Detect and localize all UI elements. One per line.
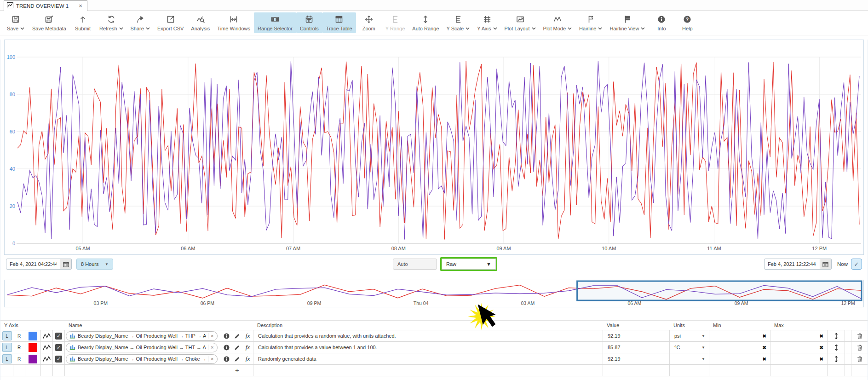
trace-visible-checkbox[interactable]: ✓ (55, 344, 62, 351)
trace-color-swatch[interactable] (29, 343, 37, 352)
line-style-icon[interactable] (42, 331, 52, 340)
start-time-input[interactable] (6, 259, 60, 270)
axis-left-button[interactable]: L (2, 343, 12, 352)
toolbar-label: Hairline View (609, 26, 639, 31)
now-checkbox[interactable]: ✓ (851, 259, 862, 270)
trace-color-swatch[interactable] (29, 355, 37, 363)
clear-max-icon[interactable]: ✖ (820, 345, 827, 350)
chevron-down-icon (493, 27, 497, 30)
toolbar-button-range-selector[interactable]: Range Selector (254, 12, 296, 33)
trace-name-pill[interactable]: Beardy Display_Name → Oil Producing Well… (66, 343, 218, 352)
add-trace-button[interactable]: + (221, 365, 253, 376)
clear-min-icon[interactable]: ✖ (763, 357, 770, 362)
toolbar-button-y-axis[interactable]: Y Axis (473, 12, 500, 33)
delete-trace-icon[interactable] (855, 331, 864, 340)
delete-trace-icon[interactable] (855, 343, 864, 352)
start-calendar-button[interactable] (60, 259, 72, 270)
toolbar-button-refresh[interactable]: Refresh (96, 12, 127, 33)
clear-min-icon[interactable]: ✖ (763, 345, 770, 350)
tab-trend-overview[interactable]: TREND OVERVIEW 1 × (4, 0, 87, 11)
toolbar-button-help[interactable]: ?Help (674, 12, 700, 33)
toolbar-button-auto-range[interactable]: Auto Range (408, 12, 443, 33)
toolbar-button-plot-mode[interactable]: Plot Mode (540, 12, 576, 33)
axis-right-button[interactable]: R (15, 355, 23, 363)
header-value: Value (603, 322, 670, 328)
axis-right-button[interactable]: R (15, 332, 23, 340)
toolbar-button-save[interactable]: Save (3, 12, 29, 33)
min-input[interactable]: ✖ (709, 353, 770, 364)
toolbar-label: Controls (300, 26, 319, 31)
toolbar-button-export-csv[interactable]: Export CSV (154, 12, 187, 33)
save-icon (11, 15, 20, 24)
formula-fx-icon[interactable]: fx (243, 331, 253, 340)
toolbar-button-share[interactable]: Share (127, 12, 154, 33)
max-input[interactable]: ✖ (770, 353, 828, 364)
chevron-down-icon: ▼ (701, 334, 705, 338)
trace-visible-checkbox[interactable]: ✓ (55, 333, 62, 340)
trace-name-pill[interactable]: Beardy Display_Name → Oil Producing Well… (66, 331, 218, 341)
y-range-mode-input[interactable]: Auto (393, 259, 437, 270)
reorder-handle[interactable] (831, 354, 841, 363)
end-time-input[interactable] (764, 259, 820, 270)
toolbar-button-controls[interactable]: Controls (296, 12, 322, 33)
axis-left-button[interactable]: L (2, 331, 12, 340)
range-selector-chart[interactable]: 03 PM06 PM09 PMThu 0403 AM06 AM09 AM12 P… (5, 280, 864, 307)
range-selector-strip[interactable]: 03 PM06 PM09 PMThu 0403 AM06 AM09 AM12 P… (4, 280, 864, 307)
formula-fx-icon[interactable]: fx (243, 343, 253, 352)
y-axis-icon (483, 15, 492, 24)
range-selection-window[interactable] (577, 281, 862, 300)
trace-visible-checkbox[interactable]: ✓ (55, 356, 62, 363)
min-input[interactable]: ✖ (709, 330, 770, 341)
toolbar-button-info[interactable]: Info (649, 12, 674, 33)
clear-max-icon[interactable]: ✖ (820, 357, 827, 362)
toolbar-button-save-metadata[interactable]: Save Metadata (29, 12, 70, 33)
toolbar-button-hairline[interactable]: Hairline (575, 12, 606, 33)
toolbar-button-plot-layout[interactable]: Plot Layout (501, 12, 540, 33)
reorder-handle[interactable] (831, 343, 841, 352)
toolbar-button-y-range[interactable]: Y Range (382, 12, 409, 33)
toolbar-label: Y Axis (477, 26, 491, 31)
edit-trace-icon[interactable] (232, 343, 242, 352)
trace-info-icon[interactable] (222, 331, 231, 340)
trace-info-icon[interactable] (222, 343, 231, 352)
toolbar-button-trace-table[interactable]: Trace Table (322, 12, 356, 33)
trace-name-pill[interactable]: Beardy Display_Name → Oil Producing Well… (66, 354, 218, 364)
remove-trace-icon[interactable]: × (208, 345, 216, 350)
trend-chart-panel[interactable]: 02040608010005 AM06 AM07 AM08 AM09 AM10 … (4, 40, 864, 255)
min-input[interactable]: ✖ (709, 342, 770, 353)
toolbar-label: Range Selector (258, 26, 293, 31)
toolbar-label: Analysis (191, 26, 210, 31)
toolbar-button-hairline-view[interactable]: Hairline View (606, 12, 649, 33)
edit-trace-icon[interactable] (232, 331, 242, 340)
trace-color-swatch[interactable] (29, 332, 37, 340)
formula-fx-icon[interactable]: fx (243, 354, 253, 363)
axis-left-button[interactable]: L (2, 354, 12, 363)
remove-trace-icon[interactable]: × (208, 356, 216, 362)
toolbar-button-zoom[interactable]: Zoom (356, 12, 382, 33)
trace-info-icon[interactable] (222, 354, 231, 363)
edit-trace-icon[interactable] (232, 354, 242, 363)
clear-max-icon[interactable]: ✖ (820, 334, 827, 339)
remove-trace-icon[interactable]: × (208, 333, 216, 339)
main-trend-chart[interactable]: 02040608010005 AM06 AM07 AM08 AM09 AM10 … (5, 40, 864, 254)
tab-close-icon[interactable]: × (79, 3, 82, 9)
duration-dropdown[interactable]: 8 Hours▼ (76, 259, 113, 270)
max-input[interactable]: ✖ (770, 330, 828, 341)
units-dropdown[interactable]: ▼ (670, 357, 709, 361)
units-dropdown[interactable]: psi▼ (670, 333, 709, 339)
units-dropdown[interactable]: °C▼ (670, 345, 709, 350)
axis-right-button[interactable]: R (15, 343, 23, 351)
line-style-icon[interactable] (42, 354, 52, 363)
end-calendar-button[interactable] (820, 259, 832, 270)
clear-min-icon[interactable]: ✖ (763, 334, 770, 339)
reorder-handle[interactable] (831, 331, 841, 340)
toolbar-button-time-windows[interactable]: Time Windows (213, 12, 254, 33)
sample-mode-dropdown[interactable]: Raw▼ (442, 259, 496, 270)
toolbar-button-analysis[interactable]: Analysis (187, 12, 213, 33)
line-style-icon[interactable] (42, 343, 52, 352)
toolbar-button-submit[interactable]: Submit (70, 12, 96, 33)
toolbar-button-y-scale[interactable]: Y Scale (443, 12, 473, 33)
trace-row: LR✓Beardy Display_Name → Oil Producing W… (0, 342, 868, 353)
max-input[interactable]: ✖ (770, 342, 828, 353)
delete-trace-icon[interactable] (855, 354, 864, 363)
